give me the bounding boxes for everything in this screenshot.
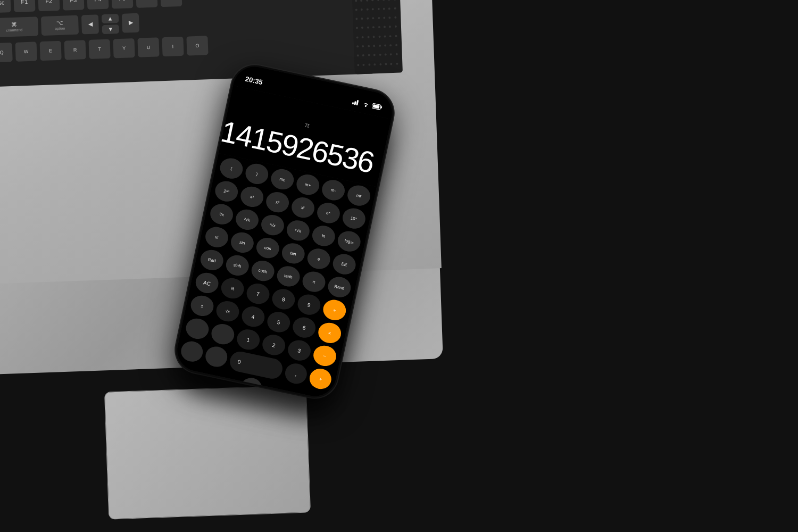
speaker-dot <box>383 17 385 19</box>
speaker-dot <box>357 55 359 57</box>
calc-btn-rad[interactable]: Rad <box>198 248 225 272</box>
calc-btn-sinh[interactable]: sinh <box>224 253 251 278</box>
calc-btn-9[interactable]: 9 <box>296 292 322 317</box>
calc-btn-mplus[interactable]: m+ <box>295 172 321 197</box>
key-e[interactable]: E <box>40 41 62 61</box>
speaker-dot <box>362 45 364 47</box>
speaker-dot <box>367 27 369 29</box>
calc-btn-sqrt3[interactable]: ³√x <box>260 213 286 237</box>
calc-btn-cosh[interactable]: cosh <box>250 259 276 283</box>
calc-btn-5[interactable]: 5 <box>265 310 292 334</box>
key-arrow-right[interactable]: ▶ <box>122 13 139 33</box>
calc-btn-xfact[interactable]: x! <box>204 225 230 250</box>
calc-btn-x3[interactable]: x³ <box>264 190 291 214</box>
calc-btn-subtract[interactable]: − <box>312 344 338 368</box>
calc-btn-mc[interactable]: mc <box>269 167 296 192</box>
calc-btn-mr[interactable]: mr <box>346 183 372 207</box>
speaker-dot <box>366 9 368 11</box>
key-command[interactable]: ⌘ command <box>0 16 38 37</box>
signal-icon <box>352 98 360 106</box>
speaker-dot <box>395 35 397 37</box>
status-time: 20:35 <box>245 74 264 86</box>
calc-btn-divide[interactable]: ÷ <box>321 298 348 322</box>
speaker-dot <box>373 36 375 38</box>
calc-btn-10x[interactable]: 10ˣ <box>340 206 367 231</box>
key-arrow-left[interactable]: ◀ <box>81 14 99 34</box>
speaker-dot <box>378 36 380 38</box>
calc-btn-pi[interactable]: π <box>301 269 327 294</box>
calc-btn-sqrt[interactable]: √x <box>214 299 241 323</box>
svg-rect-0 <box>352 102 354 105</box>
calc-btn-4[interactable]: 4 <box>240 304 267 329</box>
calc-btn-tanh[interactable]: tanh <box>275 264 302 288</box>
calc-btn-rand[interactable]: Rand <box>326 275 353 300</box>
speaker-dot <box>366 0 368 1</box>
calc-btn-close-paren[interactable]: ) <box>244 162 270 186</box>
calc-btn-add[interactable]: + <box>308 367 334 391</box>
speaker-dot <box>372 17 374 19</box>
key-shift[interactable]: shift <box>160 0 182 7</box>
calc-btn-ac[interactable]: AC <box>194 271 220 295</box>
key-f5[interactable]: F5 <box>111 0 133 9</box>
key-o[interactable]: O <box>186 36 208 55</box>
speaker-dot <box>356 45 359 47</box>
speaker-dot <box>378 17 380 19</box>
calc-btn-sqrty[interactable]: ʸ√x <box>285 218 311 243</box>
calc-btn-cos[interactable]: cos <box>254 236 281 260</box>
calc-btn-sqrt2[interactable]: ²√x <box>234 207 261 232</box>
speaker-dot <box>368 63 370 65</box>
calc-btn-ln[interactable]: ln <box>310 223 337 248</box>
calc-btn-2nd[interactable]: 2ⁿᵈ <box>213 179 240 204</box>
calc-btn-7[interactable]: 7 <box>245 281 271 306</box>
calc-btn-log10[interactable]: log₁₀ <box>336 229 362 254</box>
speaker-dot <box>384 45 386 47</box>
speaker-dot <box>373 63 376 65</box>
speaker-dot <box>372 27 375 29</box>
calc-btn-ex[interactable]: eˣ <box>315 201 342 225</box>
calc-btn-2[interactable]: 2 <box>261 332 287 357</box>
calc-btn-3[interactable]: 3 <box>286 338 313 363</box>
calc-btn-mminus[interactable]: m- <box>320 178 347 202</box>
calc-btn-plusminus[interactable]: ± <box>189 294 215 318</box>
speaker-dot <box>362 36 364 38</box>
speaker-dot <box>356 36 359 38</box>
key-i[interactable]: I <box>162 37 184 56</box>
speaker-dot <box>373 54 376 56</box>
calc-btn-xy[interactable]: xʸ <box>290 195 317 220</box>
key-f4[interactable]: F4 <box>87 0 109 10</box>
calc-btn-1[interactable]: 1 <box>235 327 262 352</box>
calc-btn-decimal[interactable]: , <box>284 362 309 386</box>
key-f1[interactable]: F1 <box>13 0 35 12</box>
key-f6[interactable]: F6 <box>136 0 157 8</box>
calc-btn-percent[interactable]: % <box>219 276 246 301</box>
calc-btn-empty4 <box>204 345 229 369</box>
keyboard-keys: esc F1 F2 F3 F4 F5 F6 shift <box>0 0 376 87</box>
key-y[interactable]: Y <box>113 38 135 58</box>
key-esc[interactable]: esc <box>0 0 11 13</box>
calc-btn-1x[interactable]: ¹/x <box>209 202 235 227</box>
calc-btn-6[interactable]: 6 <box>291 315 318 340</box>
calc-btn-multiply[interactable]: × <box>317 321 343 345</box>
key-u[interactable]: U <box>137 37 159 57</box>
calc-btn-open-paren[interactable]: ( <box>218 156 245 181</box>
calc-btn-8[interactable]: 8 <box>270 287 297 311</box>
speaker-dot <box>360 0 362 2</box>
speaker-dot <box>394 7 396 10</box>
key-r[interactable]: R <box>64 40 86 60</box>
key-arrow-down[interactable]: ▼ <box>102 24 120 34</box>
key-q[interactable]: Q <box>0 43 13 62</box>
calc-btn-ee[interactable]: EE <box>331 252 358 277</box>
key-f2[interactable]: F2 <box>38 0 60 11</box>
key-f3[interactable]: F3 <box>62 0 84 11</box>
key-arrow-up[interactable]: ▲ <box>102 14 119 23</box>
key-t[interactable]: T <box>88 39 110 59</box>
calc-btn-e[interactable]: e <box>305 246 332 271</box>
calc-btn-empty2 <box>210 322 236 346</box>
calc-btn-sin[interactable]: sin <box>229 230 255 255</box>
calc-btn-x2[interactable]: x² <box>239 185 265 209</box>
speaker-dot <box>367 18 369 20</box>
key-w[interactable]: W <box>15 41 37 61</box>
key-option[interactable]: ⌥ option <box>41 15 79 36</box>
calc-btn-tan[interactable]: tan <box>280 241 306 265</box>
speaker-dot <box>367 36 369 38</box>
